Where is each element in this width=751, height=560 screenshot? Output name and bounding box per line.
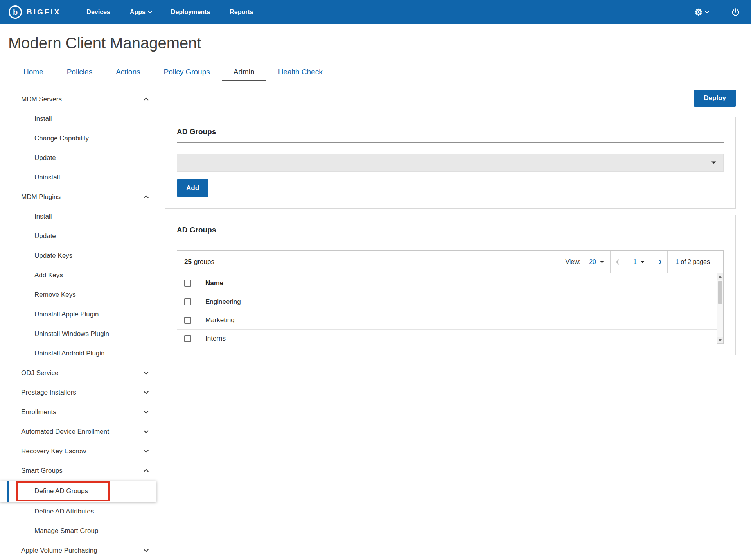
tab-actions[interactable]: Actions: [104, 64, 152, 81]
section-label: ODJ Service: [21, 369, 58, 377]
sidebar-section-apple-volume-purchasing[interactable]: Apple Volume Purchasing: [0, 541, 156, 560]
table-row[interactable]: Marketing: [177, 311, 723, 330]
section-label: MDM Servers: [21, 95, 62, 103]
chevron-down-icon: [144, 448, 149, 453]
groups-count-label: groups: [194, 258, 214, 266]
tab-policies[interactable]: Policies: [55, 64, 104, 81]
sidebar-section-recovery-key-escrow[interactable]: Recovery Key Escrow: [0, 442, 156, 461]
dropdown-caret-icon: [711, 162, 716, 164]
pagination-next-button[interactable]: [651, 251, 667, 273]
sidebar-item-define-ad-attributes[interactable]: Define AD Attributes: [0, 502, 156, 521]
sidebar-item-label: Add Keys: [34, 271, 63, 279]
select-all-checkbox[interactable]: [184, 280, 191, 287]
card-title: AD Groups: [177, 226, 724, 241]
row-checkbox[interactable]: [184, 298, 191, 305]
sidebar-section-automated-device-enrollment[interactable]: Automated Device Enrollment: [0, 422, 156, 442]
nav-devices-label: Devices: [86, 9, 110, 16]
chevron-up-icon: [144, 97, 149, 102]
section-label: Apple Volume Purchasing: [21, 547, 97, 555]
pagination-prev-button[interactable]: [611, 251, 627, 273]
chevron-down-icon: [148, 10, 152, 14]
settings-menu[interactable]: ⚙: [694, 8, 708, 17]
sidebar-item-label: Uninstall Windows Plugin: [34, 330, 109, 338]
tab-admin[interactable]: Admin: [222, 64, 266, 81]
sidebar-section-smart-groups[interactable]: Smart Groups: [0, 461, 156, 481]
chevron-up-icon: [144, 195, 149, 200]
scroll-down-icon: [719, 339, 722, 341]
sidebar-item-uninstall-windows-plugin[interactable]: Uninstall Windows Plugin: [0, 324, 156, 344]
sidebar-section-mdm-servers[interactable]: MDM Servers: [0, 90, 156, 109]
row-checkbox[interactable]: [184, 335, 191, 342]
nav-devices[interactable]: Devices: [86, 9, 110, 16]
sidebar-section-mdm-plugins[interactable]: MDM Plugins: [0, 187, 156, 207]
table-row[interactable]: Engineering: [177, 293, 723, 311]
sidebar-item-change-capability[interactable]: Change Capability: [0, 129, 156, 148]
ad-groups-list-card: AD Groups 25 groups View: 20: [165, 215, 736, 355]
tab-policy-groups[interactable]: Policy Groups: [152, 64, 221, 81]
ad-group-select[interactable]: [177, 154, 724, 172]
sidebar-item-label: Define AD Groups: [34, 487, 88, 495]
sidebar-item-manage-smart-group[interactable]: Manage Smart Group: [0, 521, 156, 541]
sidebar-section-prestage-installers[interactable]: Prestage Installers: [0, 383, 156, 402]
add-button[interactable]: Add: [177, 179, 208, 197]
scrollbar-thumb[interactable]: [718, 281, 722, 304]
row-checkbox[interactable]: [184, 317, 191, 324]
sidebar-section-odj-service[interactable]: ODJ Service: [0, 363, 156, 383]
sidebar-section-enrollments[interactable]: Enrollments: [0, 402, 156, 422]
deploy-button[interactable]: Deploy: [694, 90, 736, 107]
tab-health-check[interactable]: Health Check: [266, 64, 334, 81]
chevron-down-icon: [144, 389, 149, 394]
chevron-up-icon: [144, 469, 149, 474]
table-row[interactable]: Interns: [177, 330, 723, 344]
topbar-right: ⚙: [694, 8, 740, 17]
page-size-select[interactable]: 20: [583, 251, 610, 273]
table-scrollbar[interactable]: [717, 273, 723, 344]
groups-table: Name Engineering Marketing: [177, 273, 723, 344]
dropdown-caret-icon: [641, 261, 645, 263]
sidebar-item-plugins-install[interactable]: Install: [0, 207, 156, 226]
nav-deployments[interactable]: Deployments: [171, 9, 210, 16]
logo-letter: b: [13, 8, 18, 16]
sidebar-item-label: Uninstall: [34, 174, 60, 181]
nav-apps[interactable]: Apps: [130, 9, 151, 16]
chevron-down-icon: [705, 10, 709, 14]
view-label: View:: [565, 251, 583, 273]
power-icon: [731, 8, 740, 17]
sidebar-item-label: Define AD Attributes: [34, 508, 94, 515]
sidebar-item-remove-keys[interactable]: Remove Keys: [0, 285, 156, 305]
nav-reports[interactable]: Reports: [230, 9, 253, 16]
page-size-value: 20: [589, 258, 596, 266]
page-tabs: Home Policies Actions Policy Groups Admi…: [0, 64, 751, 81]
sidebar-item-uninstall-android-plugin[interactable]: Uninstall Android Plugin: [0, 344, 156, 363]
page-number-select[interactable]: 1: [627, 251, 651, 273]
admin-sidebar: MDM Servers Install Change Capability Up…: [0, 90, 156, 560]
table-toolbar: 25 groups View: 20 1: [177, 251, 723, 273]
sidebar-item-label: Remove Keys: [34, 291, 76, 299]
section-label: Smart Groups: [21, 467, 63, 475]
tab-home[interactable]: Home: [12, 64, 55, 81]
groups-listbox: 25 groups View: 20 1: [177, 250, 724, 344]
sidebar-item-label: Manage Smart Group: [34, 527, 98, 535]
sidebar-item-label: Uninstall Apple Plugin: [34, 311, 99, 318]
active-indicator-bar: [7, 481, 9, 502]
sidebar-item-label: Install: [34, 213, 52, 221]
sidebar-item-update-keys[interactable]: Update Keys: [0, 246, 156, 266]
pages-indicator: 1 of 2 pages: [668, 258, 723, 266]
sidebar-item-label: Uninstall Android Plugin: [34, 350, 105, 357]
bigfix-logo[interactable]: b BIGFIX: [9, 5, 61, 19]
sidebar-item-plugins-update[interactable]: Update: [0, 226, 156, 246]
sidebar-item-servers-install[interactable]: Install: [0, 109, 156, 129]
chevron-down-icon: [144, 370, 149, 375]
main-panel: Deploy AD Groups Add AD Groups 25 groups…: [156, 90, 751, 355]
logout-button[interactable]: [731, 8, 740, 17]
scrollbar-down-button[interactable]: [717, 337, 723, 344]
sidebar-item-define-ad-groups[interactable]: Define AD Groups: [0, 481, 156, 502]
content: MDM Servers Install Change Capability Up…: [0, 90, 751, 560]
chevron-down-icon: [144, 428, 149, 433]
sidebar-item-uninstall-apple-plugin[interactable]: Uninstall Apple Plugin: [0, 305, 156, 324]
sidebar-item-servers-uninstall[interactable]: Uninstall: [0, 168, 156, 187]
sidebar-item-servers-update[interactable]: Update: [0, 148, 156, 168]
scrollbar-up-button[interactable]: [717, 273, 723, 280]
sidebar-item-add-keys[interactable]: Add Keys: [0, 266, 156, 285]
sidebar-item-label: Update: [34, 154, 56, 162]
